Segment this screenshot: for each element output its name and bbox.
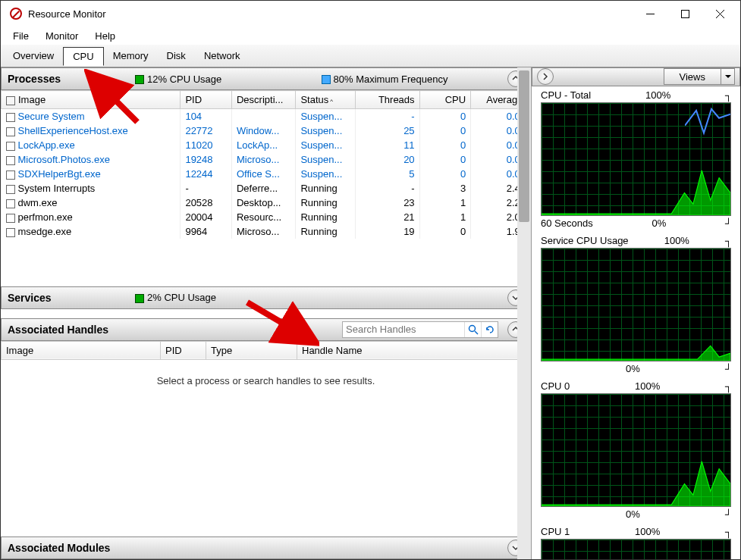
chart-block: CPU - Total100%┐ 60 Seconds0%┘ — [532, 86, 740, 232]
tab-disk[interactable]: Disk — [158, 47, 195, 64]
chart-canvas — [541, 539, 731, 559]
leftpane-scrollbar[interactable] — [517, 67, 531, 559]
row-checkbox[interactable] — [6, 185, 15, 194]
process-row[interactable]: Secure System 104Suspen... -00.00 — [2, 109, 531, 124]
tab-overview[interactable]: Overview — [4, 47, 63, 64]
modules-header[interactable]: Associated Modules — [1, 537, 531, 559]
svg-rect-1 — [681, 10, 689, 17]
menubar: File Monitor Help — [1, 27, 740, 45]
cpu-chip-icon — [135, 294, 144, 303]
hcol-image[interactable]: Image — [2, 341, 161, 359]
search-handles-input[interactable] — [343, 324, 464, 335]
minimize-button[interactable] — [633, 2, 667, 25]
process-row[interactable]: LockApp.exe 11020LockAp...Suspen... 1100… — [2, 138, 531, 152]
tab-memory[interactable]: Memory — [104, 47, 158, 64]
process-row[interactable]: System Interrupts -Deferre...Running -32… — [2, 181, 531, 196]
freq-chip-icon — [322, 75, 331, 84]
services-cpu-usage: 2% CPU Usage — [135, 292, 501, 303]
search-icon[interactable] — [464, 322, 481, 337]
tab-cpu[interactable]: CPU — [63, 47, 103, 66]
processes-max-freq: 80% Maximum Frequency — [322, 74, 502, 85]
chart-max: 100% — [635, 526, 660, 537]
chart-title: Service CPU Usage — [541, 235, 629, 246]
cpu-chip-icon — [135, 75, 144, 84]
row-checkbox[interactable] — [6, 127, 15, 136]
processes-grid: Image PID Descripti... Status^ Threads C… — [1, 90, 531, 286]
row-checkbox[interactable] — [6, 199, 15, 208]
services-title: Services — [8, 292, 129, 304]
chart-footer-right: 0% — [626, 363, 640, 374]
chart-block: CPU 1100%┐ ┘ — [532, 523, 740, 559]
services-header[interactable]: Services 2% CPU Usage — [1, 286, 531, 309]
modules-title: Associated Modules — [8, 542, 501, 554]
hcol-pid[interactable]: PID — [161, 341, 206, 359]
col-image[interactable]: Image — [2, 91, 181, 109]
handles-title: Associated Handles — [8, 324, 159, 336]
hcol-name[interactable]: Handle Name — [297, 341, 531, 359]
chevron-down-icon — [721, 69, 734, 84]
process-row[interactable]: perfmon.exe 20004Resourc...Running 2112.… — [2, 210, 531, 224]
chart-max: 100% — [664, 235, 689, 246]
close-button[interactable] — [702, 2, 737, 25]
process-row[interactable]: ShellExperienceHost.exe 22772Window...Su… — [2, 124, 531, 138]
chart-title: CPU - Total — [541, 89, 591, 101]
col-pid[interactable]: PID — [181, 91, 232, 109]
tabbar: Overview CPU Memory Disk Network — [1, 45, 740, 67]
svg-line-5 — [475, 331, 478, 334]
tab-network[interactable]: Network — [195, 47, 250, 64]
row-checkbox[interactable] — [6, 214, 15, 223]
views-label: Views — [664, 71, 721, 83]
sort-caret-icon: ^ — [330, 98, 333, 105]
process-row[interactable]: msedge.exe 9964Microso...Running 1901.91 — [2, 224, 531, 239]
menu-help[interactable]: Help — [87, 29, 123, 43]
chart-canvas — [541, 248, 731, 361]
processes-title: Processes — [8, 73, 129, 85]
chart-footer-left: 60 Seconds — [541, 217, 593, 229]
search-handles-wrap — [342, 321, 498, 338]
chart-block: CPU 0100%┐ 0%┘ — [532, 377, 740, 523]
handles-grid: Image PID Type Handle Name Select a proc… — [1, 341, 531, 537]
chart-title: CPU 1 — [541, 526, 570, 537]
process-row[interactable]: Microsoft.Photos.exe 19248Microso...Susp… — [2, 152, 531, 167]
sidebar-header: Views — [532, 67, 740, 86]
col-cpu[interactable]: CPU — [419, 91, 471, 109]
chart-title: CPU 0 — [541, 380, 570, 392]
chart-footer-right: 0% — [652, 217, 666, 229]
col-desc[interactable]: Descripti... — [231, 91, 295, 109]
row-checkbox[interactable] — [6, 142, 15, 151]
window-title: Resource Monitor — [28, 8, 633, 20]
process-row[interactable]: SDXHelperBgt.exe 12244Office S...Suspen.… — [2, 167, 531, 181]
select-all-checkbox[interactable] — [6, 96, 15, 105]
sidebar-collapse-icon[interactable] — [537, 68, 554, 85]
process-row[interactable]: dwm.exe 20528Desktop...Running 2312.21 — [2, 196, 531, 210]
chart-block: Service CPU Usage100%┐ 0%┘ — [532, 232, 740, 377]
chart-canvas — [541, 393, 731, 507]
chart-canvas — [541, 102, 731, 216]
processes-header[interactable]: Processes 12% CPU Usage 80% Maximum Freq… — [1, 67, 531, 90]
titlebar: Resource Monitor — [1, 1, 740, 27]
row-checkbox[interactable] — [6, 113, 15, 122]
handles-header[interactable]: Associated Handles — [1, 318, 531, 341]
app-icon — [10, 8, 22, 20]
svg-point-4 — [469, 325, 475, 331]
chart-footer-right: 0% — [626, 508, 640, 520]
col-threads[interactable]: Threads — [356, 91, 419, 109]
views-dropdown[interactable]: Views — [664, 68, 735, 85]
row-checkbox[interactable] — [6, 171, 15, 180]
menu-file[interactable]: File — [5, 29, 36, 43]
handles-empty-msg: Select a process or search handles to se… — [1, 360, 531, 402]
hcol-type[interactable]: Type — [206, 341, 297, 359]
chart-max: 100% — [645, 89, 670, 101]
row-checkbox[interactable] — [6, 156, 15, 165]
processes-cpu-usage: 12% CPU Usage — [135, 74, 316, 85]
maximize-button[interactable] — [667, 2, 702, 25]
refresh-icon[interactable] — [481, 322, 498, 337]
chart-max: 100% — [635, 380, 660, 392]
col-status[interactable]: Status^ — [296, 91, 356, 109]
row-checkbox[interactable] — [6, 228, 15, 237]
menu-monitor[interactable]: Monitor — [38, 29, 86, 43]
